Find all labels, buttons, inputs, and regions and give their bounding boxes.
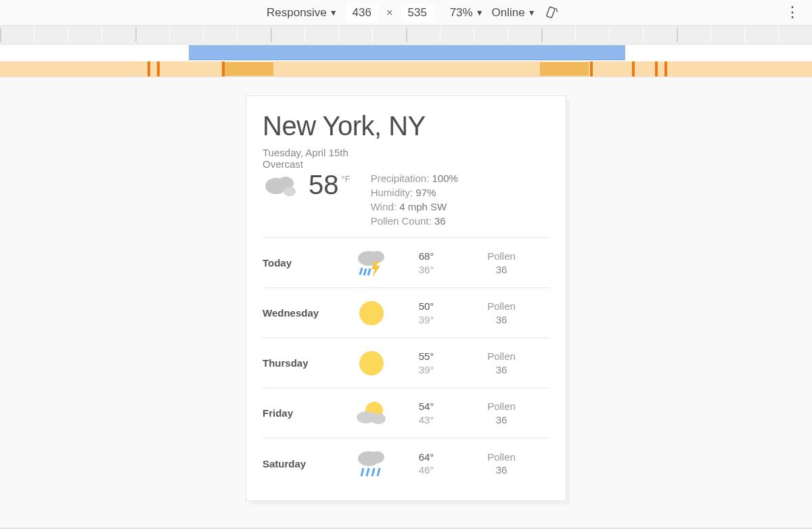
device-stage: New York, NY Tuesday, April 15th Overcas… bbox=[0, 77, 812, 529]
svg-line-20 bbox=[378, 468, 380, 476]
svg-point-16 bbox=[369, 451, 384, 463]
forecast-pollen: Pollen36 bbox=[453, 451, 549, 477]
device-mode-label: Responsive bbox=[267, 6, 327, 20]
forecast-pollen: Pollen36 bbox=[453, 300, 549, 326]
forecast-pollen-label: Pollen bbox=[453, 350, 549, 363]
svg-line-7 bbox=[360, 268, 362, 275]
forecast-temps: 55°39° bbox=[399, 350, 453, 376]
city-title: New York, NY bbox=[263, 111, 549, 141]
forecast-day: Wednesday bbox=[263, 307, 344, 319]
forecast-pollen-label: Pollen bbox=[453, 451, 549, 464]
svg-point-10 bbox=[359, 301, 384, 325]
forecast-list: Today 68°36°Pollen36Wednesday 50°39°Poll… bbox=[263, 238, 549, 488]
dimension-x: × bbox=[386, 6, 393, 20]
precip-label: Precipitation: bbox=[371, 172, 430, 184]
humidity-value: 97% bbox=[415, 187, 436, 198]
wind-value: 4 mph SW bbox=[399, 201, 447, 212]
forecast-row: Friday 54°43°Pollen36 bbox=[263, 388, 549, 438]
forecast-low: 39° bbox=[399, 363, 453, 377]
svg-line-8 bbox=[364, 269, 366, 275]
caret-down-icon: ▼ bbox=[476, 8, 484, 18]
forecast-day: Friday bbox=[263, 407, 344, 419]
sunny-icon bbox=[344, 348, 399, 379]
wind-label: Wind: bbox=[371, 201, 397, 212]
svg-point-11 bbox=[359, 351, 384, 375]
caret-down-icon: ▼ bbox=[330, 8, 338, 18]
media-tick[interactable] bbox=[590, 62, 593, 76]
media-tick[interactable] bbox=[157, 62, 160, 76]
forecast-pollen-label: Pollen bbox=[453, 250, 549, 263]
forecast-row: Saturday 64°46°Pollen36 bbox=[263, 438, 549, 488]
media-bar-min-width[interactable] bbox=[225, 62, 273, 76]
forecast-low: 36° bbox=[399, 263, 453, 277]
svg-rect-0 bbox=[546, 6, 555, 18]
forecast-temps: 50°39° bbox=[399, 300, 453, 326]
forecast-pollen-value: 36 bbox=[453, 363, 549, 377]
humidity-label: Humidity: bbox=[371, 187, 413, 198]
sunny-icon bbox=[344, 298, 399, 329]
media-tick[interactable] bbox=[664, 62, 667, 76]
forecast-high: 64° bbox=[399, 451, 453, 464]
device-width-wrap bbox=[346, 4, 378, 22]
forecast-temps: 54°43° bbox=[399, 400, 453, 426]
device-height-input[interactable] bbox=[401, 4, 434, 22]
media-bar-max-width[interactable] bbox=[189, 45, 625, 60]
current-left: 58 °F bbox=[263, 171, 351, 200]
svg-line-9 bbox=[368, 269, 370, 275]
current-details: Precipitation: 100% Humidity: 97% Wind: … bbox=[371, 171, 458, 228]
forecast-day: Saturday bbox=[263, 458, 344, 469]
forecast-high: 55° bbox=[399, 350, 453, 363]
pollen-value: 36 bbox=[434, 215, 446, 227]
forecast-low: 46° bbox=[399, 463, 453, 477]
forecast-high: 50° bbox=[399, 300, 453, 313]
forecast-day: Thursday bbox=[263, 357, 344, 369]
weather-card: New York, NY Tuesday, April 15th Overcas… bbox=[246, 96, 566, 488]
forecast-pollen-value: 36 bbox=[453, 313, 549, 327]
pollen-label: Pollen Count: bbox=[371, 215, 432, 227]
rotate-icon[interactable] bbox=[544, 5, 560, 21]
more-options-icon[interactable]: ⋮ bbox=[785, 5, 800, 20]
forecast-temps: 64°46° bbox=[399, 451, 453, 477]
forecast-pollen-value: 36 bbox=[453, 463, 549, 477]
forecast-pollen: Pollen36 bbox=[453, 250, 549, 276]
network-label: Online bbox=[492, 6, 525, 20]
media-bar-min-width[interactable] bbox=[540, 62, 589, 76]
svg-line-18 bbox=[367, 468, 369, 476]
svg-point-14 bbox=[371, 413, 386, 424]
forecast-pollen-value: 36 bbox=[453, 413, 549, 427]
precip-value: 100% bbox=[432, 172, 458, 184]
forecast-pollen: Pollen36 bbox=[453, 400, 549, 426]
current-row: 58 °F Precipitation: 100% Humidity: 97% … bbox=[263, 171, 549, 228]
zoom-label: 73% bbox=[450, 6, 473, 20]
svg-line-19 bbox=[372, 468, 374, 476]
zoom-select[interactable]: 73% ▼ bbox=[450, 6, 484, 20]
svg-point-3 bbox=[284, 187, 296, 196]
device-mode-select[interactable]: Responsive ▼ bbox=[267, 6, 338, 20]
current-temp: 58 bbox=[309, 171, 339, 198]
forecast-high: 68° bbox=[399, 250, 453, 263]
svg-line-17 bbox=[361, 468, 363, 476]
overcast-icon bbox=[263, 171, 300, 200]
media-tick[interactable] bbox=[632, 62, 635, 76]
forecast-pollen-label: Pollen bbox=[453, 400, 549, 413]
forecast-day: Today bbox=[263, 257, 344, 269]
forecast-high: 54° bbox=[399, 400, 453, 413]
media-tick[interactable] bbox=[148, 62, 150, 76]
forecast-pollen-value: 36 bbox=[453, 263, 549, 277]
current-unit: °F bbox=[342, 174, 351, 184]
forecast-temps: 68°36° bbox=[399, 250, 453, 276]
resize-handle-corner[interactable] bbox=[563, 497, 566, 501]
media-tick[interactable] bbox=[222, 62, 225, 76]
media-bar-min-width-bg bbox=[0, 62, 812, 76]
device-toolbar: Responsive ▼ × 73% ▼ Online ▼ ⋮ bbox=[0, 0, 812, 26]
media-query-bar[interactable] bbox=[0, 45, 812, 77]
rain-icon bbox=[344, 448, 399, 479]
ruler[interactable]: (function(){ var r=document.currentScrip… bbox=[0, 26, 812, 45]
caret-down-icon: ▼ bbox=[528, 8, 536, 18]
device-width-input[interactable] bbox=[346, 4, 378, 22]
device-height-wrap bbox=[401, 4, 434, 22]
date-line: Tuesday, April 15th bbox=[263, 147, 549, 158]
partly-icon bbox=[344, 398, 399, 428]
media-tick[interactable] bbox=[655, 62, 658, 76]
network-select[interactable]: Online ▼ bbox=[492, 6, 536, 20]
